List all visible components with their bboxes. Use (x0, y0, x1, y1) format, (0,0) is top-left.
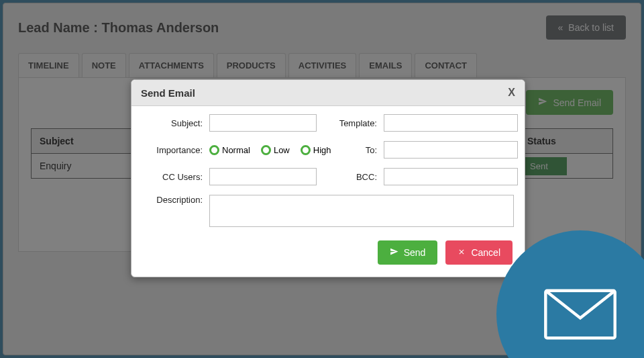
subject-label: Subject: (142, 118, 203, 128)
template-label: Template: (323, 118, 377, 128)
modal-title: Send Email (141, 87, 195, 99)
modal-cancel-button[interactable]: Cancel (445, 240, 513, 265)
importance-group: Normal Low High (209, 145, 317, 155)
modal-cancel-label: Cancel (471, 247, 500, 258)
modal-send-button[interactable]: Send (378, 240, 438, 265)
radio-icon (261, 145, 271, 155)
modal-header: Send Email X (131, 80, 525, 106)
to-input[interactable] (384, 141, 518, 159)
bcc-label: BCC: (323, 172, 377, 182)
importance-low-radio[interactable]: Low (261, 145, 290, 155)
cc-label: CC Users: (142, 172, 203, 182)
description-textarea[interactable] (209, 195, 514, 227)
close-x-icon (458, 247, 466, 258)
importance-label: Importance: (142, 145, 203, 155)
template-input[interactable] (384, 114, 518, 132)
cc-input[interactable] (209, 168, 317, 185)
envelope-icon (543, 287, 617, 341)
importance-normal-label: Normal (222, 145, 250, 155)
modal-footer: Send Cancel (131, 231, 525, 277)
to-label: To: (323, 145, 377, 155)
bcc-input[interactable] (384, 168, 518, 185)
importance-low-label: Low (274, 145, 290, 155)
close-icon[interactable]: X (508, 87, 515, 99)
paper-plane-icon (390, 247, 398, 258)
modal-body: Subject: Template: Importance: Normal Lo… (131, 106, 525, 231)
radio-icon (301, 145, 311, 155)
importance-normal-radio[interactable]: Normal (209, 145, 250, 155)
send-email-modal: Send Email X Subject: Template: Importan… (131, 79, 525, 277)
subject-input[interactable] (209, 114, 317, 132)
modal-send-label: Send (404, 247, 426, 258)
radio-icon (209, 145, 219, 155)
description-label: Description: (142, 195, 203, 227)
